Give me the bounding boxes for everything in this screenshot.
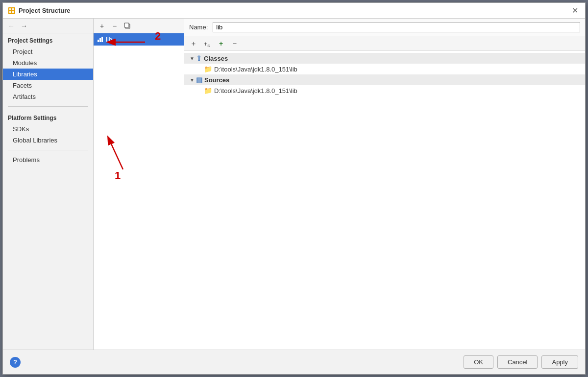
- sources-path-item[interactable]: 📁 D:\tools\Java\jdk1.8.0_151\lib: [184, 85, 585, 96]
- project-settings-label: Project Settings: [3, 33, 93, 46]
- sidebar-divider-2: [8, 150, 88, 150]
- sidebar: ← → Project Settings Project Modules Lib…: [3, 19, 94, 350]
- library-item-label: lib: [106, 36, 112, 43]
- library-bar-icon: [98, 37, 103, 42]
- library-list-area: + − lib: [94, 19, 184, 350]
- sidebar-item-facets[interactable]: Facets: [3, 80, 93, 91]
- classes-path: D:\tools\Java\jdk1.8.0_151\lib: [214, 66, 297, 73]
- copy-icon: [124, 23, 131, 29]
- tree-category-classes[interactable]: ▼ ⇧ Classes: [184, 53, 585, 64]
- sidebar-item-libraries[interactable]: Libraries: [3, 69, 93, 80]
- ok-button[interactable]: OK: [464, 355, 493, 369]
- nav-back-button[interactable]: ←: [6, 22, 17, 30]
- classes-path-item[interactable]: 📁 D:\tools\Java\jdk1.8.0_151\lib: [184, 64, 585, 74]
- svg-rect-3: [9, 11, 11, 13]
- name-label: Name:: [189, 24, 208, 31]
- folder-icon-classes: 📁: [204, 65, 212, 73]
- svg-text:S: S: [207, 44, 210, 47]
- svg-rect-2: [12, 8, 14, 10]
- platform-settings-label: Platform Settings: [3, 111, 93, 123]
- tree-add-button[interactable]: +: [188, 38, 199, 49]
- title-bar: Project Structure ✕: [3, 3, 585, 19]
- chevron-sources: ▼: [188, 76, 196, 84]
- sidebar-item-artifacts[interactable]: Artifacts: [3, 91, 93, 102]
- library-add-button[interactable]: +: [97, 21, 107, 31]
- dialog-icon: [8, 7, 16, 15]
- sidebar-item-project[interactable]: Project: [3, 46, 93, 57]
- sidebar-item-problems[interactable]: Problems: [3, 154, 93, 165]
- title-bar-left: Project Structure: [8, 7, 70, 15]
- dialog-title: Project Structure: [19, 7, 70, 14]
- sources-icon: ▤: [196, 76, 202, 84]
- classes-label: Classes: [204, 55, 228, 62]
- tree-area: ▼ ⇧ Classes 📁 D:\tools\Java\jdk1.8.0_151…: [184, 51, 585, 350]
- project-structure-dialog: Project Structure ✕ ← → Project Settings…: [2, 2, 586, 375]
- bottom-bar: ? OK Cancel Apply: [3, 350, 585, 374]
- tree-add-green-button[interactable]: +: [216, 38, 226, 49]
- content-area: Name: + + S + −: [184, 19, 585, 350]
- sidebar-item-modules[interactable]: Modules: [3, 57, 93, 69]
- sources-label: Sources: [204, 76, 229, 84]
- classes-icon: ⇧: [196, 54, 202, 62]
- library-remove-button[interactable]: −: [109, 21, 120, 31]
- svg-rect-6: [124, 23, 129, 27]
- name-row: Name:: [184, 19, 585, 36]
- svg-rect-1: [9, 8, 11, 10]
- middle-panel: + − lib: [94, 19, 585, 350]
- cancel-button[interactable]: Cancel: [497, 355, 538, 369]
- sidebar-nav: ← →: [3, 19, 93, 33]
- tree-toolbar: + + S + −: [184, 36, 585, 51]
- chevron-classes: ▼: [188, 54, 196, 62]
- library-item-lib[interactable]: lib: [94, 33, 184, 46]
- sidebar-item-global-libraries[interactable]: Global Libraries: [3, 135, 93, 146]
- svg-rect-4: [12, 11, 14, 13]
- tree-remove-button[interactable]: −: [229, 38, 240, 49]
- tree-category-sources[interactable]: ▼ ▤ Sources: [184, 74, 585, 85]
- sidebar-item-sdks[interactable]: SDKs: [3, 123, 93, 135]
- tree-add-special-button[interactable]: + S: [202, 38, 213, 49]
- folder-icon-sources: 📁: [204, 87, 212, 94]
- svg-text:+: +: [204, 41, 207, 47]
- nav-forward-button[interactable]: →: [19, 22, 29, 30]
- add-special-icon: + S: [203, 40, 211, 47]
- close-button[interactable]: ✕: [569, 5, 580, 16]
- sidebar-divider: [8, 106, 88, 107]
- library-toolbar: + −: [94, 19, 184, 33]
- name-input[interactable]: [213, 22, 580, 32]
- main-content: ← → Project Settings Project Modules Lib…: [3, 19, 585, 350]
- help-button[interactable]: ?: [10, 357, 21, 368]
- library-copy-button[interactable]: [122, 21, 133, 31]
- sources-path: D:\tools\Java\jdk1.8.0_151\lib: [214, 87, 297, 94]
- apply-button[interactable]: Apply: [541, 355, 578, 369]
